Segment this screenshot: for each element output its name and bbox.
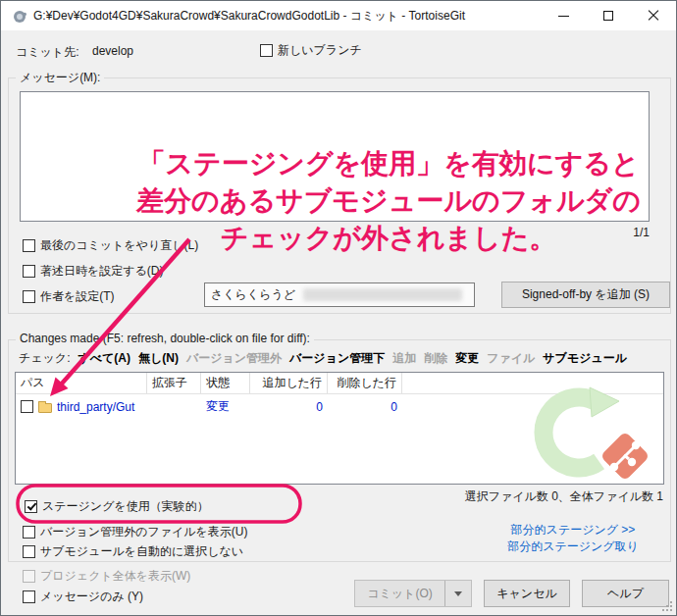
set-author-label: 作者を設定(T) [40, 288, 115, 305]
message-only-checkbox[interactable]: メッセージのみ (Y) [23, 589, 143, 605]
set-author-checkbox[interactable]: 作者を設定(T) [23, 288, 115, 305]
new-branch-checkbox[interactable]: 新しいブランチ [260, 42, 362, 59]
changed-files-list: パス 拡張子 状態 追加した行 削除した行 third_party/Gut 変更… [15, 372, 664, 485]
minimize-button[interactable] [541, 1, 586, 30]
resize-grip[interactable] [661, 600, 673, 612]
window-title: G:¥Dev¥Godot4GD¥SakuraCrowd¥SakuraCrowdG… [33, 1, 465, 30]
no-autoselect-submodules-checkbox[interactable]: サブモジュールを自動的に選択しない [23, 543, 243, 560]
message-only-checkbox-box [23, 590, 35, 603]
show-unversioned-checkbox-box [23, 526, 35, 539]
title-bar[interactable]: G:¥Dev¥Godot4GD¥SakuraCrowd¥SakuraCrowdG… [1, 1, 676, 30]
commit-to-label: コミット先: [16, 44, 78, 61]
cancel-button[interactable]: キャンセル [484, 580, 570, 607]
check-command-row: チェック: すべて(A) 無し(N) バージョン管理外 バージョン管理下 追加 … [19, 350, 627, 367]
check-deleted-link: 削除 [424, 350, 447, 367]
message-page-indicator: 1/1 [633, 226, 650, 239]
message-only-label: メッセージのみ (Y) [40, 589, 143, 605]
check-files-link: ファイル [487, 350, 535, 367]
author-value: さくらくらうど [211, 286, 295, 303]
whole-project-checkbox: プロジェクト全体を表示(W) [23, 568, 190, 585]
close-icon [648, 10, 659, 22]
check-none-link[interactable]: 無し(N) [138, 350, 179, 367]
partial-staging-link[interactable]: 部分的ステージング >> [480, 522, 666, 539]
file-lines-added: 0 [250, 400, 328, 414]
redacted-email [303, 288, 462, 301]
whole-project-checkbox-box [23, 570, 35, 583]
table-row[interactable]: third_party/Gut 変更 0 0 [16, 394, 663, 419]
file-row-checkbox[interactable] [21, 400, 33, 413]
help-button-label: ヘルプ [607, 586, 644, 602]
tortoisegit-app-icon [12, 8, 27, 24]
file-status: 変更 [201, 398, 250, 415]
folder-icon [38, 403, 52, 413]
minimize-icon [558, 16, 569, 17]
file-path[interactable]: third_party/Gut [57, 400, 134, 414]
file-count-status: 選択ファイル数 0、全体ファイル数 1 [465, 488, 663, 505]
file-list-header: パス 拡張子 状態 追加した行 削除した行 [16, 373, 663, 394]
commit-message-input[interactable] [20, 91, 650, 222]
column-header-extension[interactable]: 拡張子 [147, 373, 201, 393]
commit-split-button[interactable]: コミット(O) [354, 580, 472, 607]
check-modified-link[interactable]: 変更 [455, 350, 479, 367]
column-header-path[interactable]: パス [16, 373, 147, 393]
check-all-link[interactable]: すべて(A) [78, 350, 130, 367]
use-staging-checkbox[interactable]: ステージングを使用（実験的） [25, 498, 209, 515]
whole-project-label: プロジェクト全体を表示(W) [40, 568, 190, 585]
commit-button[interactable]: コミット(O) [355, 581, 444, 606]
signed-off-by-button[interactable]: Signed-off-by を追加 (S) [501, 282, 670, 308]
check-versioned-link[interactable]: バージョン管理下 [289, 350, 385, 367]
author-input[interactable]: さくらくらうど [204, 282, 475, 307]
maximize-button[interactable] [586, 1, 631, 30]
column-header-status[interactable]: 状態 [201, 373, 250, 393]
amend-checkbox-box [23, 239, 35, 252]
check-unversioned-link: バージョン管理外 [186, 350, 282, 367]
new-branch-label: 新しいブランチ [278, 42, 362, 59]
show-unversioned-checkbox[interactable]: バージョン管理外のファイルを表示(U) [23, 524, 247, 540]
no-autoselect-submodules-label: サブモジュールを自動的に選択しない [40, 543, 243, 560]
commit-dialog-window: G:¥Dev¥Godot4GD¥SakuraCrowd¥SakuraCrowdG… [0, 0, 677, 616]
close-button[interactable] [631, 1, 676, 30]
column-header-lines-added[interactable]: 追加した行 [250, 373, 328, 393]
use-staging-label: ステージングを使用（実験的） [42, 498, 209, 515]
amend-label: 最後のコミットをやり直し(L) [40, 237, 198, 254]
help-button[interactable]: ヘルプ [582, 580, 669, 607]
check-submodules-link[interactable]: サブモジュール [543, 350, 627, 367]
check-added-link: 追加 [392, 350, 416, 367]
no-autoselect-submodules-checkbox-box [23, 545, 35, 558]
commit-button-label: コミット(O) [367, 586, 432, 602]
maximize-icon [603, 11, 613, 21]
signed-off-by-label: Signed-off-by を追加 (S) [522, 286, 650, 303]
set-date-checkbox-box [23, 265, 35, 278]
amend-checkbox[interactable]: 最後のコミットをやり直し(L) [23, 237, 198, 254]
changes-group-label: Changes made (F5: refresh, double-click … [16, 332, 314, 345]
show-unversioned-label: バージョン管理外のファイルを表示(U) [40, 524, 247, 540]
file-lines-deleted: 0 [328, 400, 402, 414]
commit-dropdown-button[interactable] [444, 581, 471, 606]
chevron-down-icon [454, 591, 462, 596]
partial-unstaging-link[interactable]: 部分的ステージング取り [480, 539, 666, 555]
column-header-lines-deleted[interactable]: 削除した行 [328, 373, 402, 393]
branch-name: develop [92, 44, 133, 58]
check-label: チェック: [19, 350, 70, 367]
set-date-checkbox[interactable]: 著述日時を設定する(D) [23, 263, 164, 280]
partial-staging-links: 部分的ステージング >> 部分的ステージング取り [480, 522, 666, 555]
cancel-button-label: キャンセル [496, 586, 556, 602]
message-group-label: メッセージ(M): [16, 70, 104, 86]
use-staging-checkbox-box [25, 500, 37, 513]
new-branch-checkbox-box [260, 44, 273, 57]
set-author-checkbox-box [23, 290, 35, 303]
set-date-label: 著述日時を設定する(D) [40, 263, 164, 280]
